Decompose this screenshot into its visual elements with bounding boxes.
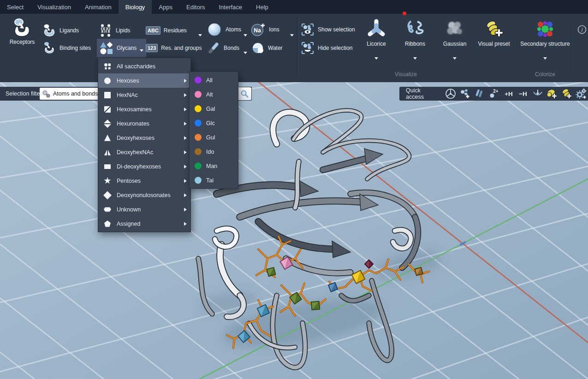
hexose-item-all[interactable]: All	[190, 73, 238, 87]
secondary-structure-dropdown-arrow[interactable]	[543, 57, 547, 61]
ions-dropdown-arrow[interactable]	[290, 34, 294, 38]
ligands-button[interactable]: Ligands	[42, 22, 79, 39]
add-group-surface-icon[interactable]	[559, 87, 574, 101]
licorice-dropdown-arrow[interactable]	[374, 57, 378, 61]
submenu-item-label: Tal	[206, 177, 238, 184]
lipids-button[interactable]: Lipids	[99, 22, 130, 39]
menu-item-label: Hexoses	[117, 78, 184, 84]
orbit-icon[interactable]	[443, 87, 458, 101]
menu-item-label: Hexuronates	[117, 120, 184, 127]
menu-item-label: HexNAc	[117, 92, 184, 98]
glycans-menu-item-all-saccharides[interactable]: All saccharides	[98, 59, 190, 73]
ribbons-icon	[404, 18, 426, 40]
glycans-menu-item-deoxyhexnac[interactable]: DeoxyhexNAc	[98, 145, 190, 159]
menu-tab-biology[interactable]: Biology	[119, 0, 152, 14]
submenu-item-label: Alt	[206, 91, 238, 98]
glycans-menu-item-hexnac[interactable]: HexNAc	[98, 88, 190, 102]
ribbons-button[interactable]: Ribbons	[397, 18, 434, 47]
svg-text:2+: 2+	[493, 89, 499, 94]
secondary-structure-button[interactable]: Secondary structure	[516, 18, 575, 47]
atoms-and-bonds-icon	[42, 90, 51, 98]
glycans-menu-item-assigned[interactable]: Assigned	[98, 217, 190, 231]
visual-preset-icon	[483, 18, 505, 40]
residues-button[interactable]: ABC Residues	[146, 22, 187, 39]
hexose-item-tal[interactable]: Tal	[190, 173, 238, 187]
receptors-button[interactable]: Receptors	[3, 18, 42, 45]
group-separator	[514, 18, 515, 76]
menu-tab-visualization[interactable]: Visualization	[30, 0, 78, 14]
receptors-icon	[12, 18, 32, 38]
hexose-item-alt[interactable]: Alt	[190, 87, 238, 102]
submenu-arrow-icon	[184, 108, 189, 111]
menu-tab-apps[interactable]: Apps	[152, 0, 179, 14]
res-and-groups-button[interactable]: 123 Res. and groups	[146, 40, 202, 56]
bonds-button[interactable]: Bonds	[207, 40, 239, 56]
atoms-dropdown-arrow[interactable]	[244, 34, 247, 38]
glycans-menu-item-hexoses[interactable]: Hexoses	[98, 73, 190, 88]
charge-2plus-icon[interactable]: 2+	[487, 87, 501, 101]
glycans-menu-item-deoxynonulosonates[interactable]: Deoxynonulosonates	[98, 188, 190, 202]
add-atoms-icon[interactable]	[457, 87, 472, 101]
selection-search-button[interactable]	[237, 87, 251, 100]
colorize-group-label: Colorize	[517, 71, 573, 78]
application-window: SelectVisualizationAnimationBiologyAppsE…	[0, 0, 588, 379]
menu-tab-select[interactable]: Select	[0, 0, 30, 14]
glycans-menu-item-pentoses[interactable]: Pentoses	[98, 174, 190, 188]
water-button[interactable]: Water	[251, 40, 283, 56]
ribbons-dropdown-arrow[interactable]	[413, 57, 417, 61]
hexose-item-man[interactable]: Man	[190, 159, 238, 173]
svg-text:i: i	[582, 27, 583, 33]
remove-hydrogens-icon[interactable]: −H	[516, 87, 530, 101]
licorice-button[interactable]: Licorice	[358, 18, 395, 47]
glycans-button[interactable]: Glycans	[97, 39, 146, 57]
menu-tab-help[interactable]: Help	[249, 0, 275, 14]
triangle-split-icon	[98, 149, 117, 156]
tal-color-dot	[195, 177, 202, 184]
minimize-icon[interactable]	[530, 87, 545, 101]
hexose-item-gal[interactable]: Gal	[190, 102, 238, 116]
glycans-dropdown-menu: All saccharidesHexosesHexNAcHexosaminesH…	[98, 58, 191, 232]
menu-tab-interface[interactable]: Interface	[212, 0, 249, 14]
menu-item-label: Unknown	[117, 206, 184, 213]
visual-preset-button[interactable]: Visual preset	[474, 18, 514, 47]
menu-item-label: Deoxynonulosonates	[117, 192, 184, 199]
menu-tab-editors[interactable]: Editors	[179, 0, 212, 14]
binding-sites-button[interactable]: Binding sites	[42, 40, 91, 56]
glycans-menu-item-hexuronates[interactable]: Hexuronates	[98, 116, 190, 131]
submenu-arrow-icon	[184, 93, 189, 97]
show-selection-button[interactable]: Show selection	[301, 21, 355, 38]
ions-button[interactable]: Na Ions	[251, 21, 279, 38]
glycans-menu-item-unknown[interactable]: Unknown	[98, 202, 190, 217]
preferences-gears-icon[interactable]	[574, 87, 588, 101]
visualize-group-label: Visualize	[378, 71, 434, 78]
atoms-button[interactable]: Atoms	[207, 21, 241, 38]
show-selection-icon	[301, 23, 315, 36]
hexose-item-gul[interactable]: Gul	[190, 130, 238, 144]
hexose-item-glc[interactable]: Glc	[190, 116, 238, 130]
submenu-item-label: Glc	[206, 120, 238, 126]
menu-item-label: All saccharides	[117, 63, 190, 70]
bonds-dropdown-arrow[interactable]	[244, 52, 247, 56]
menu-tab-animation[interactable]: Animation	[78, 0, 119, 14]
glycans-menu-item-deoxyhexoses[interactable]: Deoxyhexoses	[98, 131, 190, 145]
add-hydrogens-icon[interactable]: +H	[501, 87, 516, 101]
info-button[interactable]: i	[577, 25, 587, 36]
atoms-icon	[207, 22, 222, 37]
all-color-dot	[195, 77, 202, 84]
bonds-icon	[207, 41, 220, 55]
quick-access-toolbar: Quick access 2+ +H −H	[399, 87, 588, 101]
ions-icon: Na	[251, 22, 266, 37]
glycans-menu-item-hexosamines[interactable]: Hexosamines	[98, 102, 190, 116]
hide-selection-button[interactable]: Hide selection	[301, 40, 352, 56]
gaussian-dropdown-arrow[interactable]	[453, 57, 457, 61]
add-surface-icon[interactable]	[545, 87, 559, 101]
measure-sticks-icon[interactable]	[472, 87, 487, 101]
hexose-item-ido[interactable]: Ido	[190, 144, 238, 159]
viewport-3d[interactable]	[0, 82, 588, 379]
gaussian-button[interactable]: Gaussian	[436, 18, 473, 47]
glycans-dropdown-arrow[interactable]	[140, 49, 143, 54]
glycans-menu-item-di-deoxyhexoses[interactable]: Di-deoxyhexoses	[98, 159, 190, 174]
residues-dropdown-arrow[interactable]	[198, 34, 202, 38]
hide-selection-icon	[301, 41, 315, 55]
quick-access-label: Quick access	[401, 87, 443, 100]
